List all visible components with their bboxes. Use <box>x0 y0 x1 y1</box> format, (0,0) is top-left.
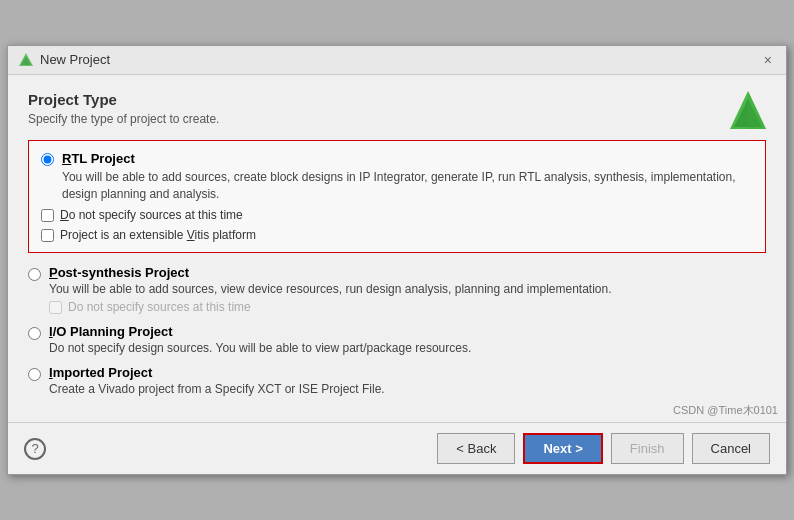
title-bar: New Project × <box>8 46 786 75</box>
rtl-title: RTL Project <box>62 151 753 166</box>
rtl-desc: You will be able to add sources, create … <box>62 169 753 203</box>
vivado-title-icon <box>18 52 34 68</box>
new-project-dialog: New Project × Project Type Specify the t… <box>7 45 787 476</box>
section-desc: Specify the type of project to create. <box>28 112 766 126</box>
rtl-checkbox2-label: Project is an extensible Vitis platform <box>60 228 256 242</box>
io-planning-title: I/O Planning Project <box>49 324 471 339</box>
title-bar-left: New Project <box>18 52 110 68</box>
close-button[interactable]: × <box>760 52 776 68</box>
io-planning-content: I/O Planning Project Do not specify desi… <box>49 324 471 355</box>
post-synthesis-desc: You will be able to add sources, view de… <box>49 282 612 296</box>
back-button[interactable]: < Back <box>437 433 515 464</box>
help-button[interactable]: ? <box>24 438 46 460</box>
dialog-content: Project Type Specify the type of project… <box>8 75 786 423</box>
footer: ? < Back Next > Finish Cancel <box>8 422 786 474</box>
io-planning-row: I/O Planning Project Do not specify desi… <box>28 324 766 355</box>
io-planning-desc: Do not specify design sources. You will … <box>49 341 471 355</box>
rtl-checkbox2[interactable] <box>41 229 54 242</box>
dialog-title: New Project <box>40 52 110 67</box>
watermark: CSDN @Time木0101 <box>673 403 778 418</box>
rtl-checkbox1-row: Do not specify sources at this time <box>41 208 753 222</box>
post-synthesis-title: Post-synthesis Project <box>49 265 612 280</box>
io-planning-radio[interactable] <box>28 327 41 340</box>
rtl-content: RTL Project You will be able to add sour… <box>62 151 753 203</box>
rtl-checkbox1-label: Do not specify sources at this time <box>60 208 243 222</box>
post-synthesis-content: Post-synthesis Project You will be able … <box>49 265 612 314</box>
rtl-checkbox2-row: Project is an extensible Vitis platform <box>41 228 753 242</box>
post-synthesis-checkbox <box>49 301 62 314</box>
imported-content: Imported Project Create a Vivado project… <box>49 365 385 396</box>
imported-row: Imported Project Create a Vivado project… <box>28 365 766 396</box>
post-synthesis-checkbox-row: Do not specify sources at this time <box>49 300 612 314</box>
footer-buttons: < Back Next > Finish Cancel <box>437 433 770 464</box>
post-synthesis-row: Post-synthesis Project You will be able … <box>28 265 766 314</box>
rtl-checkbox1[interactable] <box>41 209 54 222</box>
rtl-project-box: RTL Project You will be able to add sour… <box>28 140 766 254</box>
post-synthesis-checkbox-label: Do not specify sources at this time <box>68 300 251 314</box>
svg-marker-4 <box>748 91 766 129</box>
finish-button[interactable]: Finish <box>611 433 684 464</box>
post-synthesis-radio[interactable] <box>28 268 41 281</box>
section-title: Project Type <box>28 91 766 108</box>
imported-desc: Create a Vivado project from a Specify X… <box>49 382 385 396</box>
rtl-radio[interactable] <box>41 153 54 166</box>
imported-radio[interactable] <box>28 368 41 381</box>
vivado-logo <box>728 89 768 136</box>
cancel-button[interactable]: Cancel <box>692 433 770 464</box>
next-button[interactable]: Next > <box>523 433 602 464</box>
imported-title: Imported Project <box>49 365 385 380</box>
rtl-header: RTL Project You will be able to add sour… <box>41 151 753 203</box>
